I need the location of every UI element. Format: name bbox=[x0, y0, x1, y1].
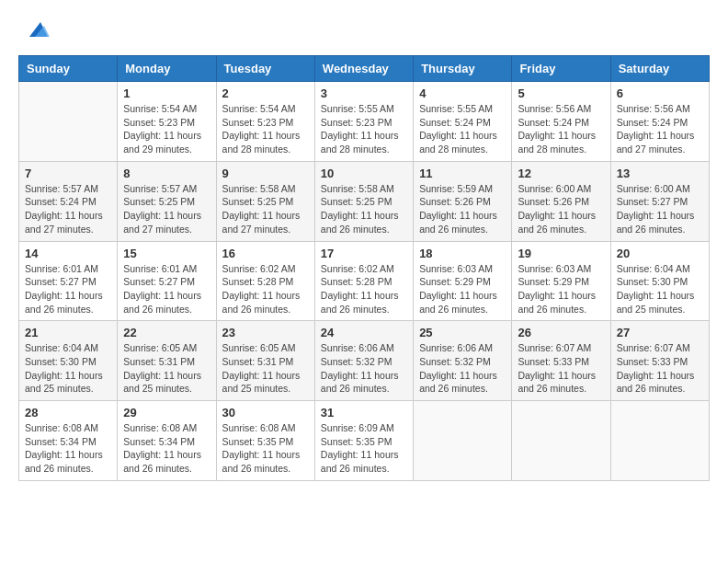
calendar-cell bbox=[414, 401, 512, 481]
day-info: Sunrise: 6:01 AMSunset: 5:27 PMDaylight:… bbox=[123, 262, 210, 316]
day-info: Sunrise: 5:56 AMSunset: 5:24 PMDaylight:… bbox=[518, 102, 604, 156]
day-info: Sunrise: 6:03 AMSunset: 5:29 PMDaylight:… bbox=[419, 262, 506, 316]
calendar-body: 1Sunrise: 5:54 AMSunset: 5:23 PMDaylight… bbox=[19, 82, 710, 481]
calendar-cell: 2Sunrise: 5:54 AMSunset: 5:23 PMDaylight… bbox=[216, 82, 314, 162]
day-number: 31 bbox=[321, 406, 407, 419]
weekday-header-tuesday: Tuesday bbox=[216, 56, 314, 82]
calendar-cell: 23Sunrise: 6:05 AMSunset: 5:31 PMDayligh… bbox=[216, 321, 314, 401]
day-number: 2 bbox=[222, 86, 309, 100]
calendar-cell: 15Sunrise: 6:01 AMSunset: 5:27 PMDayligh… bbox=[118, 241, 216, 321]
calendar-week-row: 7Sunrise: 5:57 AMSunset: 5:24 PMDaylight… bbox=[19, 161, 710, 241]
calendar-cell: 3Sunrise: 5:55 AMSunset: 5:23 PMDaylight… bbox=[314, 82, 413, 162]
calendar-cell: 8Sunrise: 5:57 AMSunset: 5:25 PMDaylight… bbox=[118, 161, 216, 241]
day-info: Sunrise: 5:54 AMSunset: 5:23 PMDaylight:… bbox=[123, 102, 210, 156]
calendar-cell: 31Sunrise: 6:09 AMSunset: 5:35 PMDayligh… bbox=[314, 401, 413, 481]
calendar-cell: 13Sunrise: 6:00 AMSunset: 5:27 PMDayligh… bbox=[610, 161, 709, 241]
day-number: 22 bbox=[123, 326, 210, 339]
calendar-cell bbox=[512, 401, 610, 481]
day-info: Sunrise: 6:00 AMSunset: 5:26 PMDaylight:… bbox=[518, 182, 604, 236]
calendar-cell: 25Sunrise: 6:06 AMSunset: 5:32 PMDayligh… bbox=[414, 321, 512, 401]
day-number: 29 bbox=[123, 406, 210, 419]
day-number: 16 bbox=[222, 247, 309, 260]
day-info: Sunrise: 6:08 AMSunset: 5:34 PMDaylight:… bbox=[123, 421, 210, 476]
calendar-cell: 16Sunrise: 6:02 AMSunset: 5:28 PMDayligh… bbox=[216, 241, 314, 321]
day-info: Sunrise: 5:56 AMSunset: 5:24 PMDaylight:… bbox=[617, 102, 703, 156]
calendar-cell: 10Sunrise: 5:58 AMSunset: 5:25 PMDayligh… bbox=[314, 161, 413, 241]
calendar-cell: 4Sunrise: 5:55 AMSunset: 5:24 PMDaylight… bbox=[414, 82, 512, 162]
day-info: Sunrise: 6:03 AMSunset: 5:29 PMDaylight:… bbox=[518, 262, 604, 316]
calendar-table: SundayMondayTuesdayWednesdayThursdayFrid… bbox=[18, 55, 710, 481]
day-number: 8 bbox=[123, 167, 210, 180]
calendar-cell: 30Sunrise: 6:08 AMSunset: 5:35 PMDayligh… bbox=[216, 401, 314, 481]
day-number: 6 bbox=[617, 86, 703, 100]
day-number: 19 bbox=[518, 247, 604, 260]
calendar-cell: 1Sunrise: 5:54 AMSunset: 5:23 PMDaylight… bbox=[118, 82, 216, 162]
calendar-cell: 26Sunrise: 6:07 AMSunset: 5:33 PMDayligh… bbox=[512, 321, 610, 401]
day-number: 5 bbox=[518, 86, 604, 100]
weekday-header-saturday: Saturday bbox=[610, 56, 709, 82]
day-number: 9 bbox=[222, 167, 309, 180]
day-number: 20 bbox=[617, 247, 703, 260]
day-info: Sunrise: 6:04 AMSunset: 5:30 PMDaylight:… bbox=[617, 262, 703, 316]
calendar-cell: 22Sunrise: 6:05 AMSunset: 5:31 PMDayligh… bbox=[118, 321, 216, 401]
day-number: 26 bbox=[518, 326, 604, 339]
day-info: Sunrise: 6:04 AMSunset: 5:30 PMDaylight:… bbox=[25, 341, 111, 396]
day-info: Sunrise: 6:07 AMSunset: 5:33 PMDaylight:… bbox=[617, 341, 703, 396]
day-info: Sunrise: 5:55 AMSunset: 5:24 PMDaylight:… bbox=[419, 102, 506, 156]
weekday-header-friday: Friday bbox=[512, 56, 610, 82]
calendar-header: SundayMondayTuesdayWednesdayThursdayFrid… bbox=[19, 56, 710, 82]
calendar-week-row: 21Sunrise: 6:04 AMSunset: 5:30 PMDayligh… bbox=[19, 321, 710, 401]
day-number: 27 bbox=[617, 326, 703, 339]
day-number: 14 bbox=[25, 247, 111, 260]
calendar-cell: 5Sunrise: 5:56 AMSunset: 5:24 PMDaylight… bbox=[512, 82, 610, 162]
day-number: 21 bbox=[25, 326, 111, 339]
calendar-cell: 7Sunrise: 5:57 AMSunset: 5:24 PMDaylight… bbox=[19, 161, 118, 241]
calendar-cell bbox=[19, 82, 118, 162]
day-number: 24 bbox=[321, 326, 407, 339]
day-number: 10 bbox=[321, 167, 407, 180]
day-number: 18 bbox=[419, 247, 506, 260]
calendar-cell: 28Sunrise: 6:08 AMSunset: 5:34 PMDayligh… bbox=[19, 401, 118, 481]
day-info: Sunrise: 5:54 AMSunset: 5:23 PMDaylight:… bbox=[222, 102, 309, 156]
calendar-week-row: 1Sunrise: 5:54 AMSunset: 5:23 PMDaylight… bbox=[19, 82, 710, 162]
calendar-cell: 20Sunrise: 6:04 AMSunset: 5:30 PMDayligh… bbox=[610, 241, 709, 321]
day-number: 3 bbox=[321, 86, 407, 100]
calendar-cell: 9Sunrise: 5:58 AMSunset: 5:25 PMDaylight… bbox=[216, 161, 314, 241]
day-info: Sunrise: 6:05 AMSunset: 5:31 PMDaylight:… bbox=[123, 341, 210, 396]
day-info: Sunrise: 6:07 AMSunset: 5:33 PMDaylight:… bbox=[518, 341, 604, 396]
day-number: 23 bbox=[222, 326, 309, 339]
calendar-cell: 29Sunrise: 6:08 AMSunset: 5:34 PMDayligh… bbox=[118, 401, 216, 481]
calendar-cell: 14Sunrise: 6:01 AMSunset: 5:27 PMDayligh… bbox=[19, 241, 118, 321]
calendar-cell: 21Sunrise: 6:04 AMSunset: 5:30 PMDayligh… bbox=[19, 321, 118, 401]
day-number: 13 bbox=[617, 167, 703, 180]
calendar-cell: 11Sunrise: 5:59 AMSunset: 5:26 PMDayligh… bbox=[414, 161, 512, 241]
day-number: 7 bbox=[25, 167, 111, 180]
calendar-cell: 18Sunrise: 6:03 AMSunset: 5:29 PMDayligh… bbox=[414, 241, 512, 321]
day-info: Sunrise: 5:59 AMSunset: 5:26 PMDaylight:… bbox=[419, 182, 506, 236]
day-info: Sunrise: 5:58 AMSunset: 5:25 PMDaylight:… bbox=[321, 182, 407, 236]
day-info: Sunrise: 5:58 AMSunset: 5:25 PMDaylight:… bbox=[222, 182, 309, 236]
calendar-cell: 27Sunrise: 6:07 AMSunset: 5:33 PMDayligh… bbox=[610, 321, 709, 401]
calendar-week-row: 28Sunrise: 6:08 AMSunset: 5:34 PMDayligh… bbox=[19, 401, 710, 481]
weekday-header-sunday: Sunday bbox=[19, 56, 118, 82]
day-number: 30 bbox=[222, 406, 309, 419]
day-info: Sunrise: 6:06 AMSunset: 5:32 PMDaylight:… bbox=[419, 341, 506, 396]
day-number: 1 bbox=[123, 86, 210, 100]
day-info: Sunrise: 6:08 AMSunset: 5:34 PMDaylight:… bbox=[25, 421, 111, 476]
calendar-cell: 12Sunrise: 6:00 AMSunset: 5:26 PMDayligh… bbox=[512, 161, 610, 241]
day-number: 12 bbox=[518, 167, 604, 180]
day-info: Sunrise: 6:02 AMSunset: 5:28 PMDaylight:… bbox=[321, 262, 407, 316]
day-info: Sunrise: 6:00 AMSunset: 5:27 PMDaylight:… bbox=[617, 182, 703, 236]
day-info: Sunrise: 5:57 AMSunset: 5:25 PMDaylight:… bbox=[123, 182, 210, 236]
day-number: 15 bbox=[123, 247, 210, 260]
calendar-cell: 19Sunrise: 6:03 AMSunset: 5:29 PMDayligh… bbox=[512, 241, 610, 321]
weekday-header-thursday: Thursday bbox=[414, 56, 512, 82]
weekday-header-wednesday: Wednesday bbox=[314, 56, 413, 82]
calendar-cell bbox=[610, 401, 709, 481]
day-number: 11 bbox=[419, 167, 506, 180]
day-info: Sunrise: 6:06 AMSunset: 5:32 PMDaylight:… bbox=[321, 341, 407, 396]
calendar-cell: 17Sunrise: 6:02 AMSunset: 5:28 PMDayligh… bbox=[314, 241, 413, 321]
calendar-week-row: 14Sunrise: 6:01 AMSunset: 5:27 PMDayligh… bbox=[19, 241, 710, 321]
day-info: Sunrise: 6:09 AMSunset: 5:35 PMDaylight:… bbox=[321, 421, 407, 476]
calendar-cell: 6Sunrise: 5:56 AMSunset: 5:24 PMDaylight… bbox=[610, 82, 709, 162]
